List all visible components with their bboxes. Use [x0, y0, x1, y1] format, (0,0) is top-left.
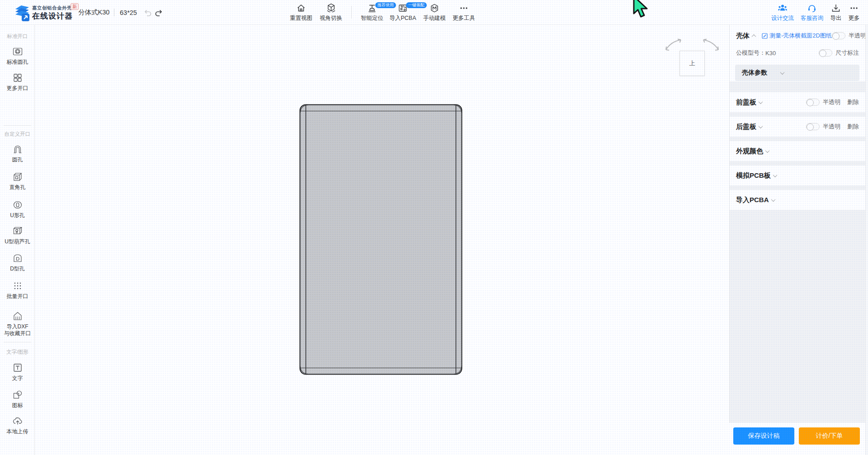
model-number-label: 公模型号： — [736, 49, 765, 57]
batch-holes-icon — [0, 280, 35, 292]
front-cover-translucent-toggle[interactable] — [806, 99, 820, 106]
toolbar-more-tools[interactable]: 更多工具 — [446, 2, 482, 22]
design-chat-button[interactable]: 设计交流 — [769, 2, 796, 22]
view-cube-label: 上 — [689, 59, 695, 67]
appearance-color-card[interactable]: 外观颜色 — [730, 141, 865, 161]
translucent-label: 半透明 — [823, 123, 840, 131]
delete-button[interactable]: 删除 — [847, 98, 859, 106]
panel-scrollbar[interactable] — [865, 25, 868, 455]
sidebar-item-local-upload[interactable]: 本地上传 — [0, 415, 35, 435]
more-dots-icon — [841, 2, 867, 14]
sidebar-item-more-openings[interactable]: 更多开口 — [0, 72, 35, 92]
arch-hole-icon — [0, 143, 35, 155]
chevron-down-icon[interactable] — [759, 100, 763, 104]
back-cover-translucent-toggle[interactable] — [806, 123, 820, 130]
chevron-down-icon[interactable] — [773, 173, 777, 177]
redo-button[interactable] — [155, 8, 164, 17]
new-badge: 新 — [71, 3, 79, 10]
shell-params-button[interactable]: 壳体参数 — [735, 65, 859, 81]
tool-label: 更多工具 — [446, 14, 482, 22]
top-header: 嘉立创铝合金外壳 在线设计器 新 分体式K30 63*25 重置视图 — [0, 0, 868, 25]
view-cube-icon — [313, 2, 349, 14]
d-hole-icon — [0, 252, 35, 264]
sidebar-item-right-angle-hole[interactable]: 直角孔 — [0, 171, 35, 191]
view-cube[interactable]: 上 — [679, 51, 705, 76]
toolbar-view-switch[interactable]: 视角切换 — [313, 2, 349, 22]
sidebar-item-import-dxf[interactable]: 导入DXF 与收藏开口 — [0, 310, 35, 337]
sidebar-item-label: U形孔 — [0, 212, 35, 219]
text-icon — [0, 362, 35, 374]
redo-arrow-icon — [155, 8, 164, 17]
panel-footer: 保存设计稿 计价/下单 — [729, 423, 868, 455]
toolbar-import-pcba[interactable]: 导入PCBA 一键装配 — [385, 2, 421, 22]
simulated-pcb-card[interactable]: 模拟PCB板 — [730, 166, 865, 185]
brand-subtitle: 嘉立创铝合金外壳 — [32, 5, 72, 11]
app-window: 嘉立创铝合金外壳 在线设计器 新 分体式K30 63*25 重置视图 — [0, 0, 868, 455]
sidebar-item-u-gourd-hole[interactable]: U型葫芦孔 — [0, 225, 35, 245]
section-title-standard-openings: 标准开口 — [0, 33, 35, 40]
chevron-down-icon[interactable] — [759, 124, 763, 128]
sidebar-item-text[interactable]: 文字 — [0, 362, 35, 382]
current-model-name: 分体式K30 — [78, 0, 109, 25]
sidebar-item-label: 更多开口 — [0, 85, 35, 92]
sidebar-item-d-hole[interactable]: D型孔 — [0, 252, 35, 272]
translucent-label: 半透明 — [823, 98, 840, 106]
sidebar-item-round-hole[interactable]: 圆孔 — [0, 143, 35, 163]
chevron-up-icon[interactable] — [752, 34, 756, 38]
sidebar-item-label: 文字 — [0, 375, 35, 382]
sidebar-item-label: 圆孔 — [0, 156, 35, 163]
sidebar-item-batch-openings[interactable]: 批量开口 — [0, 280, 35, 300]
sidebar-item-u-hole[interactable]: U形孔 — [0, 199, 35, 219]
tool-label: 更多 — [841, 14, 867, 22]
price-order-button[interactable]: 计价/下单 — [799, 427, 860, 445]
chevron-down-icon — [780, 70, 785, 75]
sidebar-item-label: 导入DXF — [0, 323, 35, 330]
enclosure-model[interactable] — [299, 104, 462, 375]
shell-translucent-toggle[interactable] — [832, 32, 845, 39]
chevron-down-icon[interactable] — [771, 197, 775, 202]
shell-drawing-link[interactable]: 测量-壳体横截面2D图纸 — [762, 32, 832, 40]
rotate-right-arrow-icon[interactable] — [702, 38, 721, 52]
model-number-value: K30 — [765, 50, 776, 57]
sidebar-item-icon-shapes[interactable]: 图标 — [0, 389, 35, 409]
brand-title: 在线设计器 — [32, 11, 73, 21]
dimension-label: 尺寸标注 — [835, 49, 859, 57]
undo-button[interactable] — [143, 8, 152, 17]
save-design-button[interactable]: 保存设计稿 — [733, 427, 794, 445]
rotate-left-arrow-icon[interactable] — [664, 38, 683, 52]
sidebar-item-label: 本地上传 — [0, 428, 35, 435]
toolbar-divider — [351, 6, 352, 19]
square-hole-icon — [0, 171, 35, 183]
sidebar-item-label: 批量开口 — [0, 293, 35, 300]
tool-label: 视角切换 — [313, 14, 349, 22]
dimension-toggle[interactable] — [819, 49, 832, 57]
simulated-pcb-title: 模拟PCB板 — [736, 171, 771, 180]
sidebar-divider — [4, 342, 31, 342]
sidebar-item-label: 直角孔 — [0, 184, 35, 191]
tool-label: 设计交流 — [769, 14, 796, 22]
tool-label: 导入PCBA — [385, 14, 421, 22]
undo-arrow-icon — [143, 8, 152, 17]
delete-button[interactable]: 删除 — [847, 123, 859, 131]
sidebar-item-label: 标准圆孔 — [0, 59, 35, 66]
left-sidebar: 标准开口 标准圆孔 更多开口 自定义开口 — [0, 25, 35, 455]
u-slot-icon — [0, 199, 35, 211]
back-cover-card: 后盖板 半透明 删除 — [730, 117, 865, 137]
gourd-hole-icon — [0, 225, 35, 237]
current-dimensions: 63*25 — [120, 0, 137, 25]
import-dxf-icon — [0, 310, 35, 322]
sidebar-item-label: D型孔 — [0, 265, 35, 272]
chevron-down-icon[interactable] — [765, 148, 770, 153]
measure-drawing-icon — [762, 33, 768, 39]
sidebar-item-standard-round-hole[interactable]: 标准圆孔 — [0, 46, 35, 66]
shell-title: 壳体 — [736, 32, 750, 40]
front-cover-title: 前盖板 — [736, 98, 756, 107]
round-hole-3d-icon — [0, 46, 35, 57]
shell-card: 壳体 测量-壳体横截面2D图纸 半透明 公模型号： K30 尺寸标注 壳体参数 — [730, 25, 865, 81]
shapes-icon — [0, 389, 35, 401]
customer-service-button[interactable]: 客服咨询 — [798, 2, 826, 22]
import-pcba-card[interactable]: 导入PCBA — [730, 190, 865, 210]
sidebar-item-label: 与收藏开口 — [0, 330, 35, 337]
sidebar-item-label: U型葫芦孔 — [0, 238, 35, 245]
more-button[interactable]: 更多 — [841, 2, 867, 22]
